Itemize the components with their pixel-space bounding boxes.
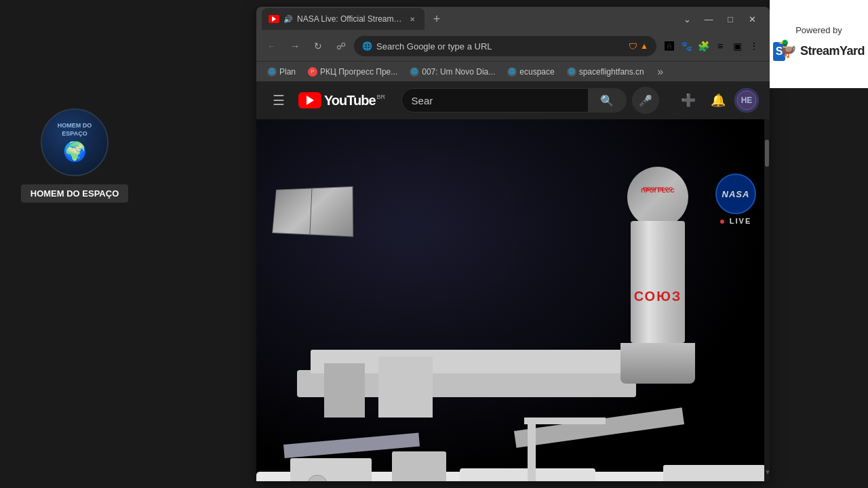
bookmark-favicon-ecuspace: 🌐: [507, 67, 517, 77]
dropdown-button[interactable]: ⌄: [677, 9, 696, 28]
bookmark-favicon-spaceflight: 🌐: [567, 67, 576, 77]
solar-panel-left: [272, 186, 353, 237]
nav-bar: ← → ↻ ☍ 🌐 Search Google or type a URL 🛡 …: [256, 31, 770, 61]
channel-name-badge: HOMEM DO ESPAÇO: [21, 184, 129, 203]
youtube-search-container: Sear 🔍 🎤: [401, 87, 659, 114]
bookmarks-more-button[interactable]: »: [652, 64, 669, 80]
window-controls: ⌄ — □ ✕: [677, 9, 764, 28]
bookmark-favicon-rkts: Р: [308, 67, 317, 77]
brave-shield-icon: 🛡: [629, 41, 637, 52]
soyuz-bottom: [620, 343, 695, 384]
youtube-logo[interactable]: YouTube BR: [298, 92, 385, 108]
youtube-search-button[interactable]: 🔍: [589, 88, 627, 113]
youtube-search-text: Sear: [412, 95, 578, 106]
live-dot: [720, 220, 724, 224]
live-label: LIVE: [730, 217, 751, 225]
active-tab[interactable]: 🔊 NASA Live: Official Stream of ... ✕: [262, 8, 425, 30]
address-text: Search Google or type a URL: [376, 41, 625, 52]
youtube-locale-badge: BR: [377, 94, 386, 100]
channel-logo[interactable]: HOMEM DOESPAÇO 🌍: [41, 108, 108, 176]
address-google-icon: 🌐: [362, 41, 372, 51]
youtube-play-icon: [298, 92, 321, 108]
youtube-header: ☰ YouTube BR Sear 🔍 🎤 ➕: [256, 81, 770, 119]
youtube-search-box[interactable]: Sear: [401, 88, 589, 113]
title-bar: 🔊 NASA Live: Official Stream of ... ✕ + …: [256, 7, 770, 31]
bookmark-page-button[interactable]: ☍: [331, 36, 351, 56]
svg-text:HE: HE: [741, 96, 753, 105]
left-sidebar: HOMEM DOESPAÇO 🌍 HOMEM DO ESPAÇO: [14, 108, 136, 203]
extension-icons: 🅰 🐾 🧩 ≡ ▣ ⋮: [659, 39, 764, 54]
tab-title: NASA Live: Official Stream of ...: [297, 14, 403, 24]
nasa-text: NASA: [722, 189, 750, 199]
scrollbar-down-arrow[interactable]: ▼: [764, 468, 770, 476]
search-icon: 🔍: [600, 94, 614, 107]
youtube-logo-text: YouTube: [324, 93, 376, 108]
address-icons: 🛡 ▲: [629, 41, 648, 52]
forward-button[interactable]: →: [285, 36, 305, 56]
youtube-header-actions: ➕ 🔔 HE: [675, 87, 759, 114]
bookmark-label-plan: Plan: [279, 67, 296, 77]
reload-button[interactable]: ↻: [308, 36, 328, 56]
tab-favicon: [269, 14, 279, 24]
bookmark-007[interactable]: 🌐 007: Um Novo Dia...: [404, 64, 500, 80]
triangle-icon: ▲: [640, 41, 648, 51]
soyuz-module: ПРОГРЕСС СОЮЗ: [614, 167, 702, 384]
streamyard-logo: S 🦆 StreamYard: [773, 39, 865, 64]
create-icon: ➕: [681, 93, 696, 108]
youtube-mic-button[interactable]: 🎤: [632, 87, 659, 114]
menu-icon[interactable]: ⋮: [747, 39, 762, 54]
video-container: ПРОГРЕСС СОЮЗ NASA LIVE: [256, 119, 770, 481]
bookmark-favicon-007: 🌐: [410, 67, 419, 77]
powered-by-text: Powered by: [795, 25, 842, 35]
channel-logo-text: HOMEM DOESPAÇO: [58, 122, 92, 138]
scrollbar[interactable]: ▼: [764, 119, 770, 481]
puzzle-ext-icon[interactable]: 🧩: [696, 39, 711, 54]
bookmark-label-ecuspace: ecuspace: [519, 67, 554, 77]
streamyard-icon: S 🦆: [773, 39, 797, 64]
list-ext-icon[interactable]: ≡: [713, 39, 728, 54]
browser-window: 🔊 NASA Live: Official Stream of ... ✕ + …: [256, 7, 770, 481]
soyuz-text: СОЮЗ: [631, 289, 685, 304]
bookmark-rkts[interactable]: Р РКЦ Прогресс Пре...: [302, 64, 403, 80]
bookmark-label-spaceflight: spaceflightfans.cn: [579, 67, 644, 77]
maximize-button[interactable]: □: [721, 9, 740, 28]
bookmarks-bar: 🌐 Plan Р РКЦ Прогресс Пре... 🌐 007: Um N…: [256, 61, 770, 81]
translate-ext-icon[interactable]: 🅰: [662, 39, 677, 54]
bell-icon: 🔔: [711, 93, 726, 108]
close-button[interactable]: ✕: [743, 9, 762, 28]
tab-bar: 🔊 NASA Live: Official Stream of ... ✕ +: [262, 8, 673, 30]
bookmark-favicon-plan: 🌐: [267, 67, 277, 77]
nasa-live-text: LIVE: [720, 217, 752, 225]
new-tab-button[interactable]: +: [427, 9, 446, 28]
nasa-logo-circle: NASA: [715, 174, 756, 214]
bookmark-label-rkts: РКЦ Прогресс Пре...: [320, 67, 397, 77]
minimize-button[interactable]: —: [699, 9, 718, 28]
streamyard-name: StreamYard: [800, 44, 865, 58]
bookmark-plan[interactable]: 🌐 Plan: [262, 64, 301, 80]
youtube-create-button[interactable]: ➕: [675, 87, 702, 114]
sy-bird-icon: 🦆: [777, 39, 797, 58]
youtube-favicon-icon: [269, 15, 279, 23]
youtube-menu-icon[interactable]: ☰: [267, 87, 290, 114]
youtube-avatar[interactable]: HE: [734, 88, 759, 113]
youtube-content: ☰ YouTube BR Sear 🔍 🎤 ➕: [256, 81, 770, 481]
tab-close-button[interactable]: ✕: [407, 14, 418, 24]
nasa-watermark: NASA LIVE: [715, 174, 756, 225]
soyuz-body: СОЮЗ: [631, 221, 685, 343]
iss-livestream: ПРОГРЕСС СОЮЗ NASA LIVE: [256, 119, 770, 481]
claw-ext-icon[interactable]: 🐾: [679, 39, 694, 54]
streamyard-panel: Powered by S 🦆 StreamYard: [770, 0, 868, 88]
tab-audio-icon: 🔊: [283, 15, 293, 24]
bookmark-ecuspace[interactable]: 🌐 ecuspace: [502, 64, 559, 80]
screen-ext-icon[interactable]: ▣: [730, 39, 745, 54]
scrollbar-thumb[interactable]: [765, 140, 769, 167]
bookmark-spaceflight[interactable]: 🌐 spaceflightfans.cn: [561, 64, 650, 80]
back-button[interactable]: ←: [262, 36, 282, 56]
mic-icon: 🎤: [639, 94, 652, 107]
address-bar[interactable]: 🌐 Search Google or type a URL 🛡 ▲: [354, 36, 656, 56]
soyuz-top: ПРОГРЕСС: [627, 167, 688, 228]
youtube-notifications-button[interactable]: 🔔: [705, 87, 732, 114]
earth-globe-icon: 🌍: [63, 140, 87, 163]
bookmark-label-007: 007: Um Novo Dia...: [422, 67, 495, 77]
